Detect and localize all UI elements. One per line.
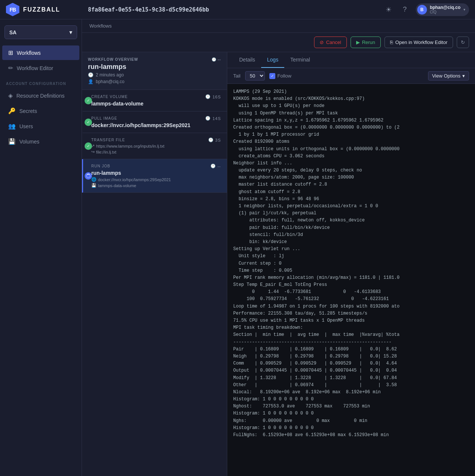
cancel-label: Cancel xyxy=(326,40,341,45)
top-nav: FB FUZZBALL 8fa86eaf-0e55-4e15-9c38-d5c9… xyxy=(0,0,475,19)
step-detail-from: ↗ https://www.lammps.org/inputs/in.lj.tx… xyxy=(91,144,221,148)
breadcrumb: Workflows xyxy=(82,19,475,33)
arrow-right-icon: ↪ xyxy=(91,149,95,154)
breadcrumb-text: Workflows xyxy=(89,23,112,29)
clock-icon: 🕐 -- xyxy=(212,57,221,62)
split-pane: WORKFLOW OVERVIEW 🕐 -- run-lammps 🕐 2 mi… xyxy=(82,52,475,476)
key-icon: 🔑 xyxy=(8,107,16,114)
open-workflow-label: Open in Workflow Editor xyxy=(395,40,447,45)
refresh-icon: ↻ xyxy=(461,40,465,45)
step-time: 🕐 -- xyxy=(210,164,221,168)
step-detail-volume: 💾 lammps-data-volume xyxy=(91,183,221,188)
cancel-button[interactable]: ⊘ Cancel xyxy=(314,37,346,48)
tab-logs[interactable]: Logs xyxy=(261,52,284,68)
logo-icon: FB xyxy=(6,3,19,16)
step-time: 🕐 3s xyxy=(208,138,221,142)
sidebar: SA ▾ ⊞ Workflows ✏ Workflow Editor ACCOU… xyxy=(0,19,82,476)
step-card-create-volume[interactable]: ✓ CREATE VOLUME 🕐 16s lammps-data-volume xyxy=(82,90,227,111)
help-button[interactable]: ? xyxy=(399,4,411,15)
step-card-run-job[interactable]: RUN JOB 🕐 -- run-lammps 🌐 docker://nvcr.… xyxy=(82,159,227,193)
step-detail-image: 🌐 docker://nvcr.io/hpc/lammps:29Sep2021 xyxy=(91,177,221,182)
workflow-user-label: bphan@ciq.co xyxy=(96,79,124,84)
clock-small-icon: 🕐 xyxy=(88,72,94,78)
refresh-button[interactable]: ↻ xyxy=(457,37,469,48)
nav-icons: ☀ ? B bphan@ciq.co CIQ ▾ xyxy=(383,3,469,16)
tail-select[interactable]: 50 xyxy=(245,71,265,81)
chevron-down-icon: ▾ xyxy=(69,29,72,36)
step-card-header: RUN JOB 🕐 -- xyxy=(91,164,221,168)
step-card-header: CREATE VOLUME 🕐 16s xyxy=(91,94,221,99)
step-time: 🕐 14s xyxy=(205,116,221,121)
play-icon: ▶ xyxy=(356,40,360,45)
rerun-label: Rerun xyxy=(362,40,375,45)
main-layout: SA ▾ ⊞ Workflows ✏ Workflow Editor ACCOU… xyxy=(0,19,475,476)
user-icon: 👤 xyxy=(88,79,94,84)
workflow-id: 8fa86eaf-0e55-4e15-9c38-d5c99e2646bb xyxy=(88,6,383,13)
sidebar-item-resource-definitions[interactable]: ◈ Resource Definitions xyxy=(2,88,79,103)
sidebar-item-label: Secrets xyxy=(19,108,37,114)
sidebar-item-label: Users xyxy=(19,123,33,129)
step-name: docker://nvcr.io/hpc/lammps:29Sep2021 xyxy=(91,122,221,128)
workflow-overview-label: WORKFLOW OVERVIEW 🕐 -- xyxy=(88,57,221,62)
logs-toolbar: Tail 50 ✓ Follow View Options ▾ xyxy=(227,68,475,84)
sidebar-item-workflows[interactable]: ⊞ Workflows xyxy=(2,45,79,60)
workflow-panel: WORKFLOW OVERVIEW 🕐 -- run-lammps 🕐 2 mi… xyxy=(82,52,227,476)
workflow-meta: 🕐 2 minutes ago xyxy=(88,72,221,78)
logs-panel: Details Logs Terminal Tail 50 xyxy=(227,52,475,476)
edit-icon: ✏ xyxy=(8,64,13,72)
open-workflow-button[interactable]: ⎘ Open in Workflow Editor xyxy=(384,37,453,48)
follow-label: ✓ Follow xyxy=(269,73,292,79)
sidebar-item-label: Volumes xyxy=(19,139,39,145)
log-content[interactable]: LAMMPS (29 Sep 2021) KOKKOS mode is enab… xyxy=(227,84,475,476)
user-menu[interactable]: B bphan@ciq.co CIQ ▾ xyxy=(416,3,469,16)
avatar: B xyxy=(417,5,427,15)
sidebar-item-users[interactable]: 👥 Users xyxy=(2,119,79,133)
step-status-success: ✓ xyxy=(85,119,92,126)
sidebar-item-label: Resource Definitions xyxy=(16,93,64,99)
theme-toggle-button[interactable]: ☀ xyxy=(383,4,394,15)
step-card-transfer-file[interactable]: ✓ TRANSFER FILE 🕐 3s ↗ https://www.lammp… xyxy=(82,133,227,159)
sa-selector[interactable]: SA ▾ xyxy=(4,25,77,39)
sidebar-item-volumes[interactable]: 💾 Volumes xyxy=(2,134,79,149)
tail-label: Tail xyxy=(233,73,241,79)
user-org: CIQ xyxy=(430,10,460,14)
follow-checkbox[interactable]: ✓ xyxy=(269,73,275,79)
tab-terminal[interactable]: Terminal xyxy=(284,52,316,68)
globe-icon: 🌐 xyxy=(91,177,96,182)
sidebar-item-workflow-editor[interactable]: ✏ Workflow Editor xyxy=(2,61,79,75)
step-detail-to: ↪ file://in.lj.txt xyxy=(91,149,221,154)
cancel-icon: ⊘ xyxy=(320,40,324,45)
step-status-running xyxy=(85,172,92,180)
workflow-icon: ⎘ xyxy=(390,40,393,45)
chevron-down-icon: ▾ xyxy=(462,73,465,79)
step-name: run-lammps xyxy=(91,170,221,176)
step-status-success: ✓ xyxy=(85,97,92,104)
tab-details[interactable]: Details xyxy=(233,52,261,68)
view-options-label: View Options xyxy=(432,73,460,79)
view-options-button[interactable]: View Options ▾ xyxy=(428,71,469,81)
sidebar-item-secrets[interactable]: 🔑 Secrets xyxy=(2,104,79,118)
user-info: bphan@ciq.co CIQ xyxy=(430,5,460,14)
step-name: lammps-data-volume xyxy=(91,101,221,107)
sa-label: SA xyxy=(9,29,16,35)
step-card-pull-image[interactable]: ✓ PULL IMAGE 🕐 14s docker://nvcr.io/hpc/… xyxy=(82,111,227,133)
workflow-user: 👤 bphan@ciq.co xyxy=(88,79,221,84)
step-time: 🕐 16s xyxy=(205,94,221,99)
rerun-button[interactable]: ▶ Rerun xyxy=(351,37,381,48)
toolbar: ⊘ Cancel ▶ Rerun ⎘ Open in Workflow Edit… xyxy=(82,33,475,52)
workflow-time: 2 minutes ago xyxy=(96,72,124,78)
step-card-header: PULL IMAGE 🕐 14s xyxy=(91,116,221,121)
logo-area: FB FUZZBALL xyxy=(6,3,88,16)
chevron-down-icon: ▾ xyxy=(463,7,465,12)
sidebar-item-label: Workflows xyxy=(17,50,41,56)
workflow-overview-header: WORKFLOW OVERVIEW 🕐 -- run-lammps 🕐 2 mi… xyxy=(82,52,227,90)
step-card-header: TRANSFER FILE 🕐 3s xyxy=(91,138,221,142)
volume-icon: 💾 xyxy=(8,138,16,145)
account-config-section-label: ACCOUNT CONFIGURATION xyxy=(0,76,82,88)
spinner-icon xyxy=(86,174,91,178)
disk-icon: 💾 xyxy=(91,183,96,188)
resource-icon: ◈ xyxy=(8,92,13,99)
tabs-bar: Details Logs Terminal xyxy=(227,52,475,68)
content-area: Workflows ⊘ Cancel ▶ Rerun ⎘ Open in Wor… xyxy=(82,19,475,476)
users-icon: 👥 xyxy=(8,123,16,130)
